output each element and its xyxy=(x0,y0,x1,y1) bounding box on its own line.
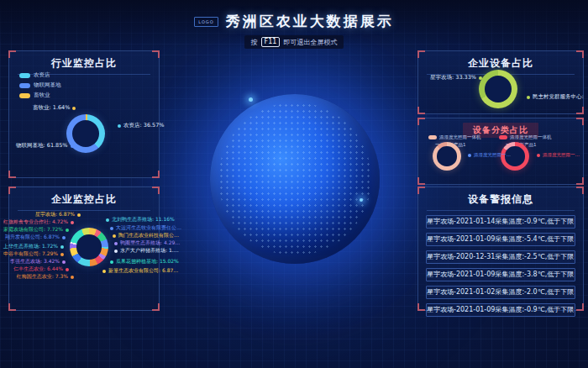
legend-item[interactable]: 温湿度光照雨一体机 xyxy=(428,134,481,140)
callout-dot xyxy=(66,229,69,232)
callout-dot xyxy=(537,154,540,157)
donut-label: 物联网基地: 61.85% xyxy=(16,142,76,150)
callout-dot xyxy=(110,227,113,230)
corner-decoration xyxy=(417,303,425,311)
app-logo: LOGO xyxy=(194,17,218,27)
corner-decoration xyxy=(417,187,425,194)
callout-dot xyxy=(72,107,76,110)
callout-dot xyxy=(106,218,109,222)
donut-label: 温湿度光照雨一… xyxy=(534,152,580,158)
donut-label: 仁丰生态农业: 6.44% xyxy=(13,265,71,273)
donut-label: 翔升发有限公司: 6.87% xyxy=(5,234,68,241)
donut-label: 民主村党群服务中心: xyxy=(524,93,584,101)
corner-decoration xyxy=(8,171,16,178)
legend-label: 温湿度光照雨一体机 xyxy=(439,134,481,140)
donut-label: 星宇农场: 33.33% xyxy=(430,74,485,81)
panel-title: 设备警报信息 xyxy=(427,187,575,211)
callout-dot xyxy=(60,245,64,249)
legend-item[interactable]: 温湿度光照雨一体机 xyxy=(499,134,552,140)
corner-decoration xyxy=(576,118,584,125)
donut-label: 红梅园生态农业: 7.3% xyxy=(17,273,76,281)
panel-title: 企业监控占比 xyxy=(18,187,150,211)
alarm-item: 星宇农场-2021-01-09采集温度:-0.9℃,低于下限:0℃ xyxy=(426,303,575,317)
donut-label: 星宇农场: 6.87% xyxy=(35,211,83,218)
panel-enterprise-monitor: 企业监控占比 星宇农场: 6.87% 红旗粮食专业合作社: 4.72% 家庭农场… xyxy=(8,187,160,311)
legend-label: 温湿度光照雨一体机 xyxy=(510,134,552,140)
donut-label: 上华生态养殖场: 1.72% xyxy=(3,243,66,250)
corner-decoration xyxy=(576,187,584,194)
fullscreen-hint-bar: 按 F11 即可退出全屏模式 xyxy=(244,35,344,49)
legend-swatch xyxy=(19,83,30,88)
donut-label: 新篁生态农业有限公司: 6.87… xyxy=(100,267,178,275)
callout-dot xyxy=(527,96,530,99)
donut-label: 中谷丰有限公司: 7.29% xyxy=(3,250,66,258)
legend-item[interactable]: 物联网基地 xyxy=(19,81,61,89)
legend-swatch xyxy=(428,135,437,139)
corner-decoration xyxy=(152,50,160,58)
callout-dot xyxy=(71,145,74,148)
globe-visualization xyxy=(210,94,380,264)
corner-decoration xyxy=(152,303,160,311)
legend-swatch xyxy=(19,73,30,78)
legend-item[interactable]: 畜牧业 xyxy=(19,92,61,99)
corner-decoration xyxy=(417,177,425,185)
corner-decoration xyxy=(576,50,584,58)
alarm-item: 星宇农场-2021-01-09采集温度:-5.4℃,低于下限:0℃ xyxy=(426,233,575,246)
callout-dot xyxy=(102,270,106,273)
donut-hole xyxy=(485,76,512,103)
hint-suffix: 即可退出全屏模式 xyxy=(283,38,337,47)
corner-decoration xyxy=(576,107,584,114)
alarm-item: 星宇农场-2021-01-09采集温度:-3.8℃,低于下限:0℃ xyxy=(426,268,575,281)
donut-label: 瓜果花苗种植基地: 15.02% xyxy=(108,258,179,265)
corner-decoration xyxy=(576,177,584,185)
panel-device-category: 设备分类占比 温湿度光照雨一体机 一体机新产品1 温湿度光照雨一体机 一体机新产… xyxy=(417,118,584,185)
donut-hole xyxy=(76,234,101,259)
fullscreen-hint: 按 F11 即可退出全屏模式 xyxy=(0,35,588,49)
callout-dot xyxy=(113,234,116,238)
donut-label: 大运河生态牧业有限责任公… xyxy=(108,224,181,232)
callout-dot xyxy=(110,260,113,264)
satellite-dot xyxy=(360,198,363,202)
callout-dot xyxy=(62,236,66,239)
hint-prefix: 按 xyxy=(251,38,258,47)
legend-label: 农资店 xyxy=(34,71,50,79)
corner-decoration xyxy=(576,303,584,311)
corner-decoration xyxy=(417,118,425,125)
callout-dot xyxy=(479,76,482,80)
donut-label: 北刘鸭生态养殖场: 11.16% xyxy=(103,216,175,223)
donut-label: 畜牧业: 1.64% xyxy=(33,104,78,112)
corner-decoration xyxy=(417,107,425,114)
callout-dot xyxy=(77,213,81,217)
callout-dot xyxy=(66,268,69,271)
donut-hole xyxy=(72,120,99,147)
panel-industry-monitor: 行业监控占比 农资店 物联网基地 畜牧业 畜牧业: 1.64% 农资店: 36.… xyxy=(8,50,160,178)
device-category-donut-left xyxy=(433,142,461,171)
corner-decoration xyxy=(8,50,16,58)
legend-label: 物联网基地 xyxy=(34,81,61,89)
page-title: 秀洲区农业大数据展示 xyxy=(226,12,394,31)
header: LOGO 秀洲区农业大数据展示 xyxy=(0,12,588,31)
legend-label: 畜牧业 xyxy=(34,92,50,99)
satellite-dot xyxy=(249,97,253,102)
corner-decoration xyxy=(152,187,160,194)
corner-decoration xyxy=(8,187,16,194)
corner-decoration xyxy=(152,171,160,178)
panel-device-alarms: 设备警报信息 星宇农场-2021-01-14采集温度:-0.9℃,低于下限:0℃… xyxy=(417,187,584,311)
alarm-item: 星宇农场-2021-01-14采集温度:-0.9℃,低于下限:0℃ xyxy=(426,215,575,229)
globe-dot-texture xyxy=(218,103,371,255)
legend-item[interactable]: 农资店 xyxy=(19,71,61,79)
corner-decoration xyxy=(417,50,425,58)
enterprise-donut-chart xyxy=(70,228,108,266)
donut-label: 农资店: 36.57% xyxy=(115,122,165,129)
alarm-item: 星宇农场-2021-01-02采集温度:-2.0℃,低于下限:0℃ xyxy=(426,286,575,299)
callout-dot xyxy=(62,260,66,264)
donut-label: 陶门生态农业科技有限公… xyxy=(110,232,179,239)
callout-dot xyxy=(468,154,471,157)
donut-label: 李强生态农场: 3.42% xyxy=(10,258,68,265)
donut-label: 鸭圈里生态养殖场: 4.29… xyxy=(112,239,180,247)
corner-decoration xyxy=(8,303,16,311)
callout-dot xyxy=(71,221,74,224)
donut-label: 水产大户种猪养殖场: 1.… xyxy=(112,247,179,255)
callout-dot xyxy=(60,253,64,256)
callout-dot xyxy=(71,276,74,279)
